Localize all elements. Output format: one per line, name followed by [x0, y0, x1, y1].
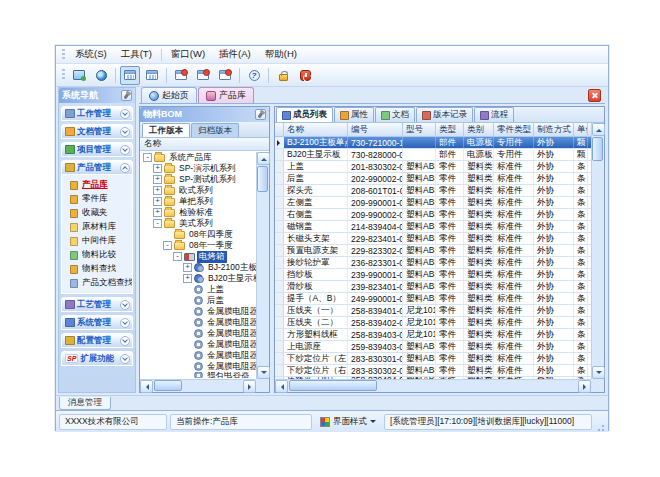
column-header-类型[interactable]: 类型 [436, 123, 464, 136]
chevron-button[interactable] [120, 354, 130, 364]
sidebar-group-header-扩展功能[interactable]: SP扩展功能 [61, 351, 133, 366]
message-management-tab[interactable]: 消息管理 [59, 397, 111, 410]
table-row[interactable]: 滑纱板239-823401-00X塑料ABS零件塑料类标准件外协条 [275, 281, 591, 293]
tree-node-金属膜电阻器[interactable]: 金属膜电阻器 [140, 306, 256, 317]
tab-属性[interactable]: 属性 [334, 107, 374, 122]
table-row[interactable]: 方形塑料线框258-839403-00X尼龙1010零件塑料类标准件外协条 [275, 329, 591, 341]
tree-node-金属膜电阻器[interactable]: 金属膜电阻器 [140, 328, 256, 339]
tree-node-独石电容器[interactable]: 独石电容器 [140, 372, 256, 378]
collapse-toggle[interactable]: - [173, 252, 182, 261]
table-row[interactable]: 预置电源支架229-823302-00X塑料ABS零件塑料类标准件外协条 [275, 245, 591, 257]
menubar-grip[interactable] [62, 49, 65, 61]
tab-产品库[interactable]: 产品库 [198, 87, 254, 103]
table-vertical-scrollbar[interactable] [591, 123, 604, 379]
table-horizontal-scrollbar[interactable] [275, 379, 591, 392]
chevron-button[interactable] [120, 163, 130, 173]
close-all-windows-button[interactable] [193, 66, 213, 85]
sidebar-group-header-工作管理[interactable]: 工作管理 [61, 106, 133, 121]
sidebar-group-header-工艺管理[interactable]: 工艺管理 [61, 297, 133, 312]
tree-node-08年一季度[interactable]: -08年一季度 [140, 240, 256, 251]
chevron-button[interactable] [120, 300, 130, 310]
table-row[interactable]: 上电源座259-839403-00X塑料ABS零件塑料类标准件外协条 [275, 341, 591, 353]
scroll-left-button[interactable] [140, 380, 153, 393]
table-row[interactable]: 下纱定位片（左）283-830301-00X塑料ABS零件塑料类标准件外协条 [275, 353, 591, 365]
expand-toggle[interactable]: + [153, 175, 162, 184]
tree-node-SP-测试机系列[interactable]: +SP-测试机系列 [140, 174, 256, 185]
table-row[interactable]: 磁钢盖214-839404-01X塑料ABS零件塑料类标准件外协条 [275, 221, 591, 233]
scroll-right-button[interactable] [243, 380, 256, 393]
table-row[interactable]: 右侧盖209-990002-01X塑料ABS零件塑料类标准件外协条 [275, 209, 591, 221]
sidebar-pin-button[interactable] [121, 90, 132, 101]
tab-起始页[interactable]: 起始页 [141, 87, 197, 103]
scroll-thumb[interactable] [257, 166, 268, 192]
expand-toggle[interactable]: + [153, 164, 162, 173]
tree-node-单把系列[interactable]: +单把系列 [140, 196, 256, 207]
scroll-thumb[interactable] [154, 380, 182, 391]
scroll-right-button[interactable] [578, 380, 591, 393]
tree-node-后盖[interactable]: 后盖 [140, 295, 256, 306]
table-row[interactable]: 上盖201-830302-00X塑料ABS零件塑料类标准件外协条 [275, 161, 591, 173]
tree-node-电烤箱[interactable]: -电烤箱 [140, 251, 256, 262]
column-header-类别[interactable]: 类别 [464, 123, 494, 136]
expand-toggle[interactable]: + [183, 263, 192, 272]
tree-column-header[interactable]: 名称 [140, 138, 269, 151]
sidebar-item-零件库[interactable]: 零件库 [68, 192, 132, 206]
scroll-down-button[interactable] [257, 366, 270, 379]
expand-toggle[interactable]: + [153, 186, 162, 195]
expand-toggle[interactable]: + [153, 197, 162, 206]
table-row[interactable]: 挡纱板239-990001-01X塑料ABS零件塑料类标准件外协条 [275, 269, 591, 281]
layout-window-button[interactable] [142, 66, 162, 85]
tree-node-系统产品库[interactable]: -系统产品库 [140, 152, 256, 163]
tree-node-金属膜电阻器[interactable]: 金属膜电阻器 [140, 339, 256, 350]
sidebar-group-header-产品管理[interactable]: 产品管理 [61, 160, 133, 175]
close-window-button[interactable] [171, 66, 191, 85]
tab-流程[interactable]: 流程 [474, 107, 514, 122]
sidebar-item-物料比较[interactable]: 物料比较 [68, 248, 132, 262]
scroll-thumb[interactable] [592, 137, 603, 161]
tree-node-金属膜电阻器[interactable]: 金属膜电阻器 [140, 361, 256, 372]
help-button[interactable]: ? [244, 66, 264, 85]
column-header-零件类型[interactable]: 零件类型 [494, 123, 534, 136]
browser-globe-button[interactable] [91, 66, 111, 85]
menu-item-工具T[interactable]: 工具(T) [114, 46, 159, 63]
column-header-型号[interactable]: 型号 [403, 123, 436, 136]
table-row[interactable]: 左侧盖209-990001-01X塑料ABS零件塑料类标准件外协条 [275, 197, 591, 209]
system-monitor-button[interactable] [69, 66, 89, 85]
column-header-制造方式[interactable]: 制造方式 [534, 123, 574, 136]
sidebar-item-产品文档查找[interactable]: 产品文档查找 [68, 276, 132, 290]
table-row[interactable]: 长磁头支架229-823401-00X塑料ABS零件塑料类标准件外协条 [275, 233, 591, 245]
sidebar-item-产品库[interactable]: 产品库 [68, 178, 132, 192]
table-row[interactable]: 提手（A、B）249-990001-01X塑料ABS零件塑料类标准件外协条 [275, 293, 591, 305]
exit-button[interactable] [295, 66, 315, 85]
menu-item-系统S[interactable]: 系统(S) [68, 46, 114, 63]
chevron-button[interactable] [120, 318, 130, 328]
tree-node-上盖[interactable]: 上盖 [140, 284, 256, 295]
close-other-windows-button[interactable] [215, 66, 235, 85]
tab-版本记录[interactable]: 版本记录 [416, 107, 473, 122]
scroll-left-button[interactable] [275, 380, 288, 393]
chevron-button[interactable] [120, 336, 130, 346]
sidebar-item-中间件库[interactable]: 中间件库 [68, 234, 132, 248]
tab-成员列表[interactable]: 成员列表 [276, 107, 333, 122]
tree-node-金属膜电阻器[interactable]: 金属膜电阻器 [140, 317, 256, 328]
sidebar-group-header-文档管理[interactable]: 文档管理 [61, 124, 133, 139]
collapse-toggle[interactable]: - [143, 153, 152, 162]
sidebar-group-header-配置管理[interactable]: 配置管理 [61, 333, 133, 348]
collapse-toggle[interactable]: - [153, 219, 162, 228]
chevron-button[interactable] [120, 109, 130, 119]
collapse-toggle[interactable]: - [163, 241, 172, 250]
tree-node-美式系列[interactable]: -美式系列 [140, 218, 256, 229]
expand-toggle[interactable]: + [153, 208, 162, 217]
menu-item-插件A[interactable]: 插件(A) [212, 46, 258, 63]
scroll-down-button[interactable] [592, 366, 605, 379]
expand-toggle[interactable]: + [183, 274, 192, 283]
sidebar-group-header-项目管理[interactable]: 项目管理 [61, 142, 133, 157]
sidebar-item-原材料库[interactable]: 原材料库 [68, 220, 132, 234]
table-row[interactable]: 压线夹（一）258-839401-00X尼龙1010零件塑料类标准件外协条 [275, 305, 591, 317]
chevron-button[interactable] [120, 145, 130, 155]
tree-node-金属膜电阻器[interactable]: 金属膜电阻器 [140, 350, 256, 361]
scroll-up-button[interactable] [257, 152, 270, 165]
tab-归档版本[interactable]: 归档版本 [191, 123, 239, 137]
sidebar-item-物料查找[interactable]: 物料查找 [68, 262, 132, 276]
table-row[interactable]: 后盖202-990002-01X塑料ABS零件塑料类标准件外协条 [275, 173, 591, 185]
